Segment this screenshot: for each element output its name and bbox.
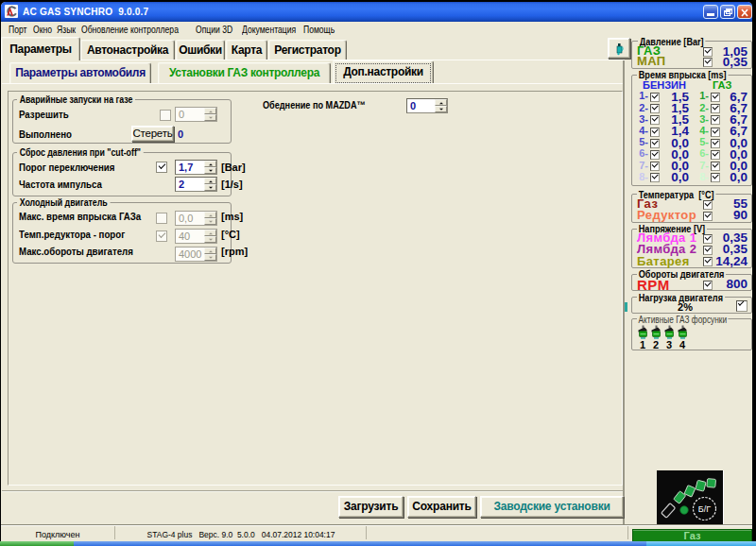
svg-text:Б/Г: Б/Г (698, 504, 711, 514)
